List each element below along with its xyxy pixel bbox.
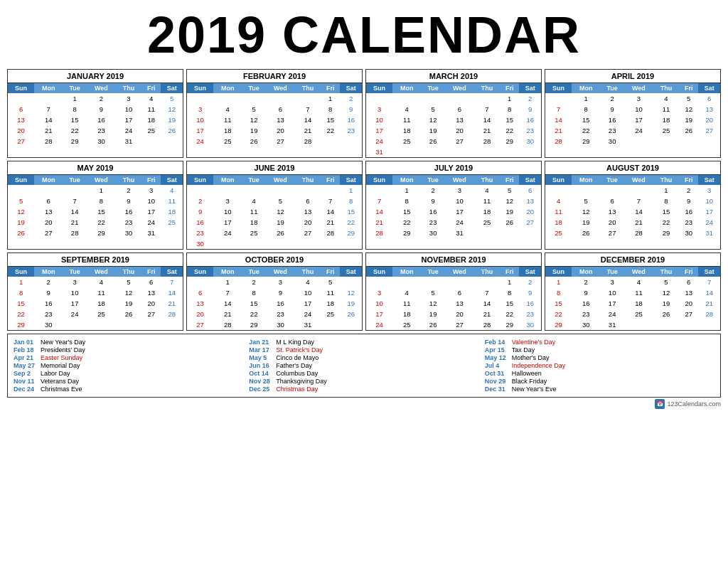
cal-day [242, 93, 265, 104]
cal-day: 30 [87, 136, 116, 147]
holiday-date: Nov 28 [249, 378, 272, 385]
cal-table: SunMonTueWedThuFriSat1234567891011121314… [8, 267, 183, 330]
cal-day: 22 [63, 125, 86, 136]
cal-day: 13 [141, 287, 161, 298]
cal-day: 8 [63, 104, 86, 115]
cal-day: 20 [519, 206, 541, 217]
cal-day: 29 [653, 228, 679, 238]
cal-day: 12 [242, 115, 265, 125]
cal-day: 15 [500, 115, 519, 125]
dow-header: Thu [653, 175, 679, 185]
cal-day: 25 [242, 228, 265, 238]
cal-day: 22 [572, 125, 600, 136]
cal-day: 16 [519, 115, 541, 125]
cal-day: 22 [321, 125, 340, 136]
cal-day: 23 [519, 125, 541, 136]
cal-day: 28 [295, 136, 321, 147]
cal-day: 21 [474, 125, 500, 136]
cal-day: 17 [295, 298, 321, 309]
cal-day: 2 [242, 277, 265, 287]
month-10: OCTOBER 2019SunMonTueWedThuFriSat1234567… [186, 252, 363, 331]
dow-header: Tue [421, 175, 444, 185]
cal-day: 15 [8, 298, 34, 309]
cal-day: 23 [340, 125, 362, 136]
cal-day [421, 147, 444, 157]
dow-header: Wed [624, 175, 653, 185]
cal-day [679, 319, 698, 330]
cal-day: 3 [63, 277, 86, 287]
cal-day: 10 [213, 206, 242, 217]
cal-day [340, 238, 362, 249]
cal-day: 10 [116, 104, 141, 115]
cal-day: 26 [653, 309, 679, 319]
cal-day: 2 [519, 277, 541, 287]
cal-day: 19 [116, 298, 141, 309]
cal-day: 30 [572, 319, 600, 330]
cal-day [321, 238, 340, 249]
cal-day: 25 [392, 136, 421, 147]
cal-day: 27 [679, 309, 698, 319]
dow-header: Sun [545, 175, 572, 185]
cal-day: 12 [116, 287, 141, 298]
cal-day: 24 [445, 217, 474, 228]
cal-day: 12 [500, 196, 519, 206]
cal-day: 30 [519, 319, 541, 330]
cal-day: 26 [340, 309, 362, 319]
cal-day [295, 93, 321, 104]
cal-day: 23 [519, 309, 541, 319]
holiday-date: May 5 [249, 354, 272, 361]
cal-day: 26 [421, 136, 444, 147]
cal-day: 1 [545, 277, 572, 287]
dow-header: Wed [445, 83, 474, 93]
holiday-name: Mother's Day [512, 354, 550, 361]
cal-day: 27 [519, 217, 541, 228]
cal-day [141, 136, 161, 147]
cal-day: 2 [600, 93, 623, 104]
cal-day: 26 [572, 228, 600, 238]
month-8: AUGUST 2019SunMonTueWedThuFriSat12345678… [545, 161, 721, 250]
holiday-date: Sep 2 [14, 370, 36, 377]
cal-day: 31 [698, 228, 720, 238]
cal-day: 30 [519, 136, 541, 147]
dow-header: Wed [266, 267, 295, 277]
cal-day: 6 [445, 287, 474, 298]
dow-header: Sat [698, 267, 720, 277]
dow-header: Thu [474, 175, 500, 185]
holiday-date: Jun 16 [249, 362, 272, 369]
holiday-row: Dec 25Christmas Day [249, 385, 478, 393]
cal-day: 31 [141, 228, 161, 238]
cal-day: 3 [366, 287, 392, 298]
month-6: JUNE 2019SunMonTueWedThuFriSat1234567891… [186, 161, 363, 250]
dow-header: Mon [392, 83, 421, 93]
cal-day: 9 [519, 104, 541, 115]
cal-day: 5 [421, 104, 444, 115]
cal-day: 7 [63, 196, 86, 206]
cal-day: 29 [340, 228, 362, 238]
cal-day: 15 [500, 298, 519, 309]
cal-day: 14 [321, 206, 340, 217]
cal-day: 4 [242, 196, 265, 206]
cal-day: 20 [679, 298, 698, 309]
dow-header: Mon [392, 175, 421, 185]
cal-day: 14 [366, 206, 392, 217]
dow-header: Thu [295, 267, 321, 277]
cal-day: 20 [187, 309, 213, 319]
cal-day: 14 [161, 287, 183, 298]
cal-day: 22 [500, 309, 519, 319]
cal-day: 5 [421, 287, 444, 298]
month-title: JUNE 2019 [187, 161, 362, 175]
cal-day: 16 [421, 206, 444, 217]
month-title: DECEMBER 2019 [545, 253, 720, 267]
dow-header: Mon [572, 175, 600, 185]
cal-day: 11 [474, 196, 500, 206]
cal-day [187, 185, 213, 196]
cal-day: 26 [421, 319, 444, 330]
cal-day [445, 277, 474, 287]
cal-day: 17 [213, 217, 242, 228]
month-4: APRIL 2019SunMonTueWedThuFriSat123456789… [545, 69, 721, 158]
cal-day: 24 [63, 309, 86, 319]
cal-day: 17 [366, 309, 392, 319]
dow-header: Sat [161, 83, 183, 93]
cal-day: 6 [600, 196, 623, 206]
cal-day: 29 [500, 136, 519, 147]
